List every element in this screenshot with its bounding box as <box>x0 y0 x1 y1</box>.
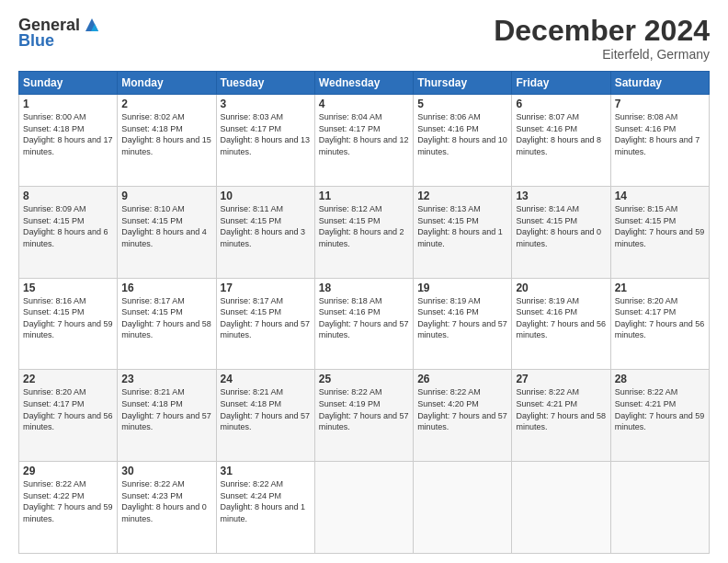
day-number: 25 <box>319 373 409 385</box>
day-number: 14 <box>615 190 705 202</box>
day-number: 13 <box>516 190 606 202</box>
day-info: Sunrise: 8:03 AMSunset: 4:17 PMDaylight:… <box>221 111 311 157</box>
day-number: 23 <box>121 373 211 385</box>
day-info: Sunrise: 8:19 AMSunset: 4:16 PMDaylight:… <box>417 295 507 341</box>
day-info: Sunrise: 8:04 AMSunset: 4:17 PMDaylight:… <box>319 111 409 157</box>
weekday-header-cell: Friday <box>512 72 610 95</box>
calendar-cell <box>610 462 709 554</box>
title-block: December 2024 Eiterfeld, Germany <box>494 15 710 62</box>
day-number: 2 <box>121 98 211 110</box>
calendar-cell: 30Sunrise: 8:22 AMSunset: 4:23 PMDayligh… <box>118 462 216 554</box>
calendar-cell <box>314 462 413 554</box>
calendar-cell: 24Sunrise: 8:21 AMSunset: 4:18 PMDayligh… <box>216 370 314 462</box>
day-info: Sunrise: 8:22 AMSunset: 4:19 PMDaylight:… <box>319 386 409 432</box>
day-info: Sunrise: 8:22 AMSunset: 4:20 PMDaylight:… <box>417 386 507 432</box>
day-number: 20 <box>516 282 606 294</box>
calendar-cell: 28Sunrise: 8:22 AMSunset: 4:21 PMDayligh… <box>610 370 709 462</box>
day-number: 3 <box>221 98 311 110</box>
day-number: 26 <box>417 373 507 385</box>
day-number: 5 <box>417 98 507 110</box>
calendar-cell <box>512 462 610 554</box>
logo-icon <box>82 15 102 35</box>
calendar-cell: 21Sunrise: 8:20 AMSunset: 4:17 PMDayligh… <box>610 278 709 370</box>
day-info: Sunrise: 8:22 AMSunset: 4:23 PMDaylight:… <box>121 478 211 524</box>
calendar-week-row: 29Sunrise: 8:22 AMSunset: 4:22 PMDayligh… <box>19 462 710 554</box>
calendar-cell: 12Sunrise: 8:13 AMSunset: 4:15 PMDayligh… <box>414 186 512 278</box>
day-info: Sunrise: 8:17 AMSunset: 4:15 PMDaylight:… <box>221 295 311 341</box>
calendar-cell: 6Sunrise: 8:07 AMSunset: 4:16 PMDaylight… <box>512 95 610 187</box>
day-info: Sunrise: 8:21 AMSunset: 4:18 PMDaylight:… <box>221 386 311 432</box>
calendar-week-row: 22Sunrise: 8:20 AMSunset: 4:17 PMDayligh… <box>19 370 710 462</box>
calendar-cell <box>414 462 512 554</box>
day-info: Sunrise: 8:16 AMSunset: 4:15 PMDaylight:… <box>23 295 113 341</box>
day-number: 24 <box>221 373 311 385</box>
day-info: Sunrise: 8:09 AMSunset: 4:15 PMDaylight:… <box>23 203 113 249</box>
calendar-cell: 25Sunrise: 8:22 AMSunset: 4:19 PMDayligh… <box>314 370 413 462</box>
calendar-week-row: 15Sunrise: 8:16 AMSunset: 4:15 PMDayligh… <box>19 278 710 370</box>
calendar-cell: 20Sunrise: 8:19 AMSunset: 4:16 PMDayligh… <box>512 278 610 370</box>
day-number: 12 <box>417 190 507 202</box>
calendar-cell: 10Sunrise: 8:11 AMSunset: 4:15 PMDayligh… <box>216 186 314 278</box>
calendar-cell: 17Sunrise: 8:17 AMSunset: 4:15 PMDayligh… <box>216 278 314 370</box>
day-info: Sunrise: 8:22 AMSunset: 4:21 PMDaylight:… <box>516 386 606 432</box>
day-info: Sunrise: 8:06 AMSunset: 4:16 PMDaylight:… <box>417 111 507 157</box>
day-number: 11 <box>319 190 409 202</box>
calendar-cell: 13Sunrise: 8:14 AMSunset: 4:15 PMDayligh… <box>512 186 610 278</box>
calendar-cell: 19Sunrise: 8:19 AMSunset: 4:16 PMDayligh… <box>414 278 512 370</box>
day-info: Sunrise: 8:20 AMSunset: 4:17 PMDaylight:… <box>615 295 705 341</box>
day-number: 15 <box>23 282 113 294</box>
day-number: 27 <box>516 373 606 385</box>
calendar-cell: 2Sunrise: 8:02 AMSunset: 4:18 PMDaylight… <box>118 95 216 187</box>
day-info: Sunrise: 8:21 AMSunset: 4:18 PMDaylight:… <box>121 386 211 432</box>
location: Eiterfeld, Germany <box>494 47 710 62</box>
calendar-cell: 1Sunrise: 8:00 AMSunset: 4:18 PMDaylight… <box>19 95 118 187</box>
day-info: Sunrise: 8:10 AMSunset: 4:15 PMDaylight:… <box>121 203 211 249</box>
day-info: Sunrise: 8:15 AMSunset: 4:15 PMDaylight:… <box>615 203 705 249</box>
calendar-cell: 15Sunrise: 8:16 AMSunset: 4:15 PMDayligh… <box>19 278 118 370</box>
day-number: 4 <box>319 98 409 110</box>
calendar-cell: 4Sunrise: 8:04 AMSunset: 4:17 PMDaylight… <box>314 95 413 187</box>
day-number: 10 <box>221 190 311 202</box>
day-info: Sunrise: 8:02 AMSunset: 4:18 PMDaylight:… <box>121 111 211 157</box>
weekday-header-cell: Wednesday <box>314 72 413 95</box>
day-number: 30 <box>121 465 211 477</box>
header: General Blue December 2024 Eiterfeld, Ge… <box>18 15 710 62</box>
day-number: 31 <box>221 465 311 477</box>
weekday-header-row: SundayMondayTuesdayWednesdayThursdayFrid… <box>19 72 710 95</box>
day-info: Sunrise: 8:20 AMSunset: 4:17 PMDaylight:… <box>23 386 113 432</box>
weekday-header-cell: Sunday <box>19 72 118 95</box>
day-info: Sunrise: 8:22 AMSunset: 4:21 PMDaylight:… <box>615 386 705 432</box>
weekday-header-cell: Thursday <box>414 72 512 95</box>
logo-text-block: General Blue <box>18 15 104 51</box>
logo: General Blue <box>18 15 104 51</box>
day-number: 19 <box>417 282 507 294</box>
day-info: Sunrise: 8:17 AMSunset: 4:15 PMDaylight:… <box>121 295 211 341</box>
day-number: 21 <box>615 282 705 294</box>
calendar-cell: 23Sunrise: 8:21 AMSunset: 4:18 PMDayligh… <box>118 370 216 462</box>
calendar-cell: 11Sunrise: 8:12 AMSunset: 4:15 PMDayligh… <box>314 186 413 278</box>
day-number: 9 <box>121 190 211 202</box>
calendar-cell: 16Sunrise: 8:17 AMSunset: 4:15 PMDayligh… <box>118 278 216 370</box>
day-number: 29 <box>23 465 113 477</box>
calendar-table: SundayMondayTuesdayWednesdayThursdayFrid… <box>18 71 710 554</box>
day-info: Sunrise: 8:12 AMSunset: 4:15 PMDaylight:… <box>319 203 409 249</box>
weekday-header-cell: Saturday <box>610 72 709 95</box>
calendar-cell: 31Sunrise: 8:22 AMSunset: 4:24 PMDayligh… <box>216 462 314 554</box>
calendar-cell: 9Sunrise: 8:10 AMSunset: 4:15 PMDaylight… <box>118 186 216 278</box>
calendar-week-row: 8Sunrise: 8:09 AMSunset: 4:15 PMDaylight… <box>19 186 710 278</box>
calendar-cell: 29Sunrise: 8:22 AMSunset: 4:22 PMDayligh… <box>19 462 118 554</box>
day-number: 6 <box>516 98 606 110</box>
calendar-body: 1Sunrise: 8:00 AMSunset: 4:18 PMDaylight… <box>19 95 710 554</box>
calendar-cell: 14Sunrise: 8:15 AMSunset: 4:15 PMDayligh… <box>610 186 709 278</box>
calendar-cell: 26Sunrise: 8:22 AMSunset: 4:20 PMDayligh… <box>414 370 512 462</box>
day-info: Sunrise: 8:18 AMSunset: 4:16 PMDaylight:… <box>319 295 409 341</box>
calendar-cell: 5Sunrise: 8:06 AMSunset: 4:16 PMDaylight… <box>414 95 512 187</box>
weekday-header-cell: Monday <box>118 72 216 95</box>
day-number: 16 <box>121 282 211 294</box>
day-info: Sunrise: 8:00 AMSunset: 4:18 PMDaylight:… <box>23 111 113 157</box>
calendar-week-row: 1Sunrise: 8:00 AMSunset: 4:18 PMDaylight… <box>19 95 710 187</box>
calendar-cell: 18Sunrise: 8:18 AMSunset: 4:16 PMDayligh… <box>314 278 413 370</box>
day-number: 1 <box>23 98 113 110</box>
day-number: 7 <box>615 98 705 110</box>
day-number: 18 <box>319 282 409 294</box>
